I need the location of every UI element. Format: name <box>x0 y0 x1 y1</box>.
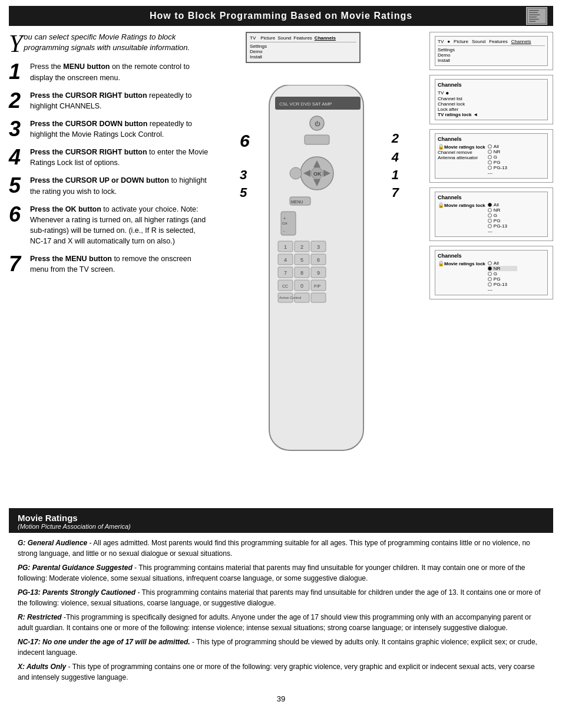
svg-rect-12 <box>305 135 329 144</box>
intro-text: Y ou can select specific Movie Ratings t… <box>9 32 209 53</box>
screen-box-1: TV ● Picture Sound Features Channels Set… <box>429 32 553 70</box>
drop-cap: Y <box>9 34 22 54</box>
step-1-prefix: Press the <box>30 62 63 71</box>
step-1: 1 Press the MENU button on the remote co… <box>9 61 209 83</box>
ratings-content: G: General Audience - All ages admitted.… <box>9 533 553 691</box>
footer-title: Movie Ratings <box>18 513 544 523</box>
header-icon <box>526 7 547 25</box>
page-title: How to Block Programming Based on Movie … <box>150 11 412 21</box>
screen-box-3: Channels 🔒 Movie ratings lock Channel re… <box>429 129 553 183</box>
svg-text:CSL VCR DVD SAT AMP: CSL VCR DVD SAT AMP <box>279 101 332 107</box>
step-2-text: Press the CURSOR RIGHT button repeatedly… <box>30 90 209 111</box>
step-2-number: 2 <box>9 90 25 111</box>
svg-text:⏻: ⏻ <box>315 121 320 127</box>
rating-pg13: PG-13: Parents Strongly Cautioned - This… <box>18 587 544 608</box>
svg-text:CH: CH <box>282 222 287 225</box>
instructions-panel: Y ou can select specific Movie Ratings t… <box>9 32 209 498</box>
screen-box-4: Channels 🔒 Movie ratings lock All NR G P… <box>429 187 553 241</box>
svg-rect-53 <box>311 293 326 302</box>
step-1-text: Press the MENU button on the remote cont… <box>30 61 209 83</box>
step-overlay-4: 4 <box>392 150 399 165</box>
step-overlay-2: 2 <box>392 131 399 146</box>
svg-text:CC: CC <box>282 284 288 288</box>
rating-x: X: Adults Only - This type of programmin… <box>18 661 544 683</box>
rating-r-text: -This programming is specifically design… <box>18 613 531 632</box>
svg-text:+: + <box>283 216 286 220</box>
tv-screen-mockup: TV Picture Sound Features Channels Setti… <box>246 32 361 63</box>
step-6-number: 6 <box>9 204 25 225</box>
page-header: How to Block Programming Based on Movie … <box>9 6 553 26</box>
screen-box-5: Channels 🔒 Movie ratings lock All NR G P… <box>429 246 553 299</box>
step-6-text: Press the OK button to activate your cho… <box>30 204 209 247</box>
screens-panel: TV ● Picture Sound Features Channels Set… <box>429 32 553 498</box>
svg-text:6: 6 <box>317 257 320 263</box>
step-overlay-1: 1 <box>392 167 399 183</box>
svg-text:4: 4 <box>284 257 287 263</box>
rating-g-text: - All ages admitted. Most parents would … <box>18 539 530 558</box>
step-3-bold: Press the CURSOR DOWN button <box>30 120 147 128</box>
screen-box-2: Channels TV ● Channel list Channel lock … <box>429 75 553 124</box>
svg-text:7: 7 <box>284 270 287 276</box>
step-overlay-7: 7 <box>392 185 399 200</box>
step-7-bold: Press the MENU button <box>30 255 112 263</box>
step-4: 4 Press the CURSOR RIGHT button to enter… <box>9 147 209 168</box>
step-5-bold: Press the CURSOR UP or DOWN button <box>30 176 169 185</box>
rating-g-label: G: General Audience <box>18 539 87 547</box>
intro-body: ou can select specific Movie Ratings to … <box>24 32 190 52</box>
svg-text:P/P: P/P <box>314 284 321 288</box>
step-2: 2 Press the CURSOR RIGHT button repeated… <box>9 90 209 111</box>
rating-x-label: X: Adults Only <box>18 663 66 671</box>
step-5: 5 Press the CURSOR UP or DOWN button to … <box>9 175 209 196</box>
step-4-number: 4 <box>9 147 25 168</box>
step-overlay-3: 3 <box>240 167 247 183</box>
rating-pg: PG: Parental Guidance Suggested - This p… <box>18 562 544 584</box>
step-4-text: Press the CURSOR RIGHT button to enter t… <box>30 147 209 168</box>
rating-r: R: Restricted -This programming is speci… <box>18 612 544 633</box>
step-6: 6 Press the OK button to activate your c… <box>9 204 209 247</box>
step-5-number: 5 <box>9 175 25 196</box>
step-6-bold: Press the OK button <box>30 205 101 213</box>
svg-text:MENU: MENU <box>291 200 303 204</box>
step-4-bold: Press the CURSOR RIGHT button <box>30 148 147 156</box>
step-7-number: 7 <box>9 253 25 275</box>
step-3-number: 3 <box>9 118 25 140</box>
svg-text:5: 5 <box>300 257 303 263</box>
page-number: 39 <box>0 691 562 707</box>
rating-nc17-label: NC-17: No one under the age of 17 will b… <box>18 638 190 646</box>
step-7-text: Press the MENU button to remove the onsc… <box>30 253 209 275</box>
svg-text:0: 0 <box>300 283 303 289</box>
rating-x-text: - This type of programming contains one … <box>18 663 535 681</box>
step-7: 7 Press the MENU button to remove the on… <box>9 253 209 275</box>
step-3-text: Press the CURSOR DOWN button repeatedly … <box>30 118 209 140</box>
step-3: 3 Press the CURSOR DOWN button repeatedl… <box>9 118 209 140</box>
rating-pg13-label: PG-13: Parents Strongly Cautioned <box>18 588 135 597</box>
svg-text:3: 3 <box>317 244 320 250</box>
svg-text:2: 2 <box>300 244 303 250</box>
svg-text:8: 8 <box>300 270 303 276</box>
step-1-bold: MENU button <box>63 62 110 71</box>
remote-svg: CSL VCR DVD SAT AMP ⏻ OK MENU <box>234 85 405 498</box>
rating-r-label: R: Restricted <box>18 613 62 621</box>
rating-g: G: General Audience - All ages admitted.… <box>18 538 544 559</box>
main-content: Y ou can select specific Movie Ratings t… <box>0 26 562 503</box>
step-2-bold: Press the CURSOR RIGHT button <box>30 91 147 100</box>
remote-area: TV Picture Sound Features Channels Setti… <box>215 32 424 498</box>
footer-header: Movie Ratings (Motion Picture Associatio… <box>9 510 553 533</box>
step-1-number: 1 <box>9 61 25 83</box>
svg-text:1: 1 <box>284 244 287 250</box>
svg-text:Active Control: Active Control <box>279 296 301 299</box>
step-overlay-5b: 5 <box>240 185 247 200</box>
svg-point-20 <box>290 167 302 179</box>
svg-text:9: 9 <box>317 270 320 276</box>
footer-subtitle: (Motion Picture Association of America) <box>18 523 544 530</box>
rating-nc17: NC-17: No one under the age of 17 will b… <box>18 637 544 658</box>
svg-text:OK: OK <box>313 171 322 177</box>
footer-section: Movie Ratings (Motion Picture Associatio… <box>9 508 553 691</box>
step-5-text: Press the CURSOR UP or DOWN button to hi… <box>30 175 209 196</box>
step-overlay-6: 6 <box>240 131 250 151</box>
rating-pg-label: PG: Parental Guidance Suggested <box>18 564 133 572</box>
